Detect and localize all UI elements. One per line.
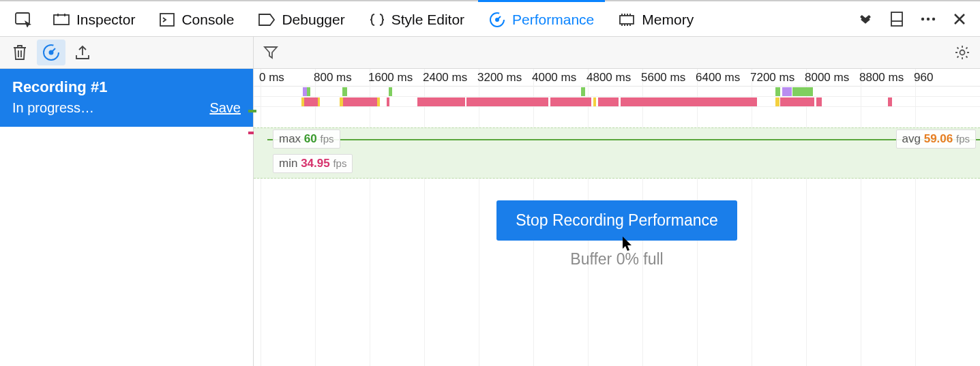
- fps-avg-label: avg 59.06 fps: [896, 129, 976, 149]
- svg-point-8: [921, 17, 924, 20]
- kebab-menu-icon[interactable]: [920, 11, 936, 27]
- close-icon[interactable]: [951, 11, 968, 27]
- svg-rect-1: [54, 15, 69, 25]
- tab-label: Debugger: [282, 12, 344, 28]
- style-editor-icon: [370, 13, 385, 27]
- timeline-ruler[interactable]: 0 ms800 ms1600 ms2400 ms3200 ms4000 ms48…: [254, 69, 980, 87]
- tab-memory[interactable]: Memory: [606, 1, 706, 36]
- fps-max-indicator: [248, 110, 256, 112]
- buffer-status: Buffer 0% full: [570, 250, 663, 269]
- recording-list-item[interactable]: Recording #1 In progress… Save: [0, 69, 253, 127]
- start-recording-button[interactable]: [37, 40, 65, 65]
- pick-element-button[interactable]: [7, 1, 41, 36]
- svg-point-9: [927, 17, 930, 20]
- dock-side-icon[interactable]: [889, 11, 905, 27]
- inspector-icon: [53, 13, 70, 27]
- ruler-tick: 5600 ms: [641, 71, 685, 85]
- tab-label: Style Editor: [391, 12, 464, 28]
- devtools-tab-bar: Inspector Console Debugger Style Editor …: [0, 0, 980, 37]
- tab-console[interactable]: Console: [147, 1, 246, 36]
- ruler-tick: 6400 ms: [696, 71, 740, 85]
- recording-controls: Stop Recording Performance Buffer 0% ful…: [254, 200, 980, 269]
- ruler-tick: 3200 ms: [477, 71, 522, 85]
- tab-performance[interactable]: Performance: [477, 1, 606, 36]
- svg-point-4: [496, 18, 499, 21]
- svg-rect-5: [620, 16, 634, 24]
- tab-label: Performance: [512, 12, 594, 28]
- toolbar-overflow: [857, 11, 973, 27]
- svg-point-10: [932, 17, 935, 20]
- fps-max-label: max 60 fps: [273, 129, 340, 149]
- recording-status: In progress…: [12, 100, 94, 116]
- ruler-tick: 0 ms: [259, 71, 284, 85]
- ruler-tick: 4000 ms: [532, 71, 576, 85]
- recordings-toolbar: [0, 37, 253, 69]
- import-recording-button[interactable]: [68, 40, 97, 65]
- more-tabs-icon[interactable]: [857, 11, 874, 27]
- debugger-icon: [258, 14, 275, 26]
- tab-style-editor[interactable]: Style Editor: [357, 1, 477, 36]
- ruler-tick: 7200 ms: [750, 71, 795, 85]
- save-recording-link[interactable]: Save: [209, 100, 241, 116]
- performance-main: 0 ms800 ms1600 ms2400 ms3200 ms4000 ms48…: [254, 37, 980, 366]
- delete-recording-button[interactable]: [5, 40, 34, 65]
- ruler-tick: 1600 ms: [368, 71, 413, 85]
- tab-label: Console: [181, 12, 234, 28]
- svg-point-13: [960, 50, 965, 55]
- ruler-tick: 8000 ms: [805, 71, 849, 85]
- fps-graph[interactable]: max 60 fps avg 59.06 fps min 34.95 fps: [254, 127, 980, 179]
- ruler-tick: 800 ms: [314, 71, 352, 85]
- ruler-tick: 8800 ms: [859, 71, 904, 85]
- tab-label: Inspector: [76, 12, 135, 28]
- element-picker-icon: [15, 12, 33, 27]
- tab-inspector[interactable]: Inspector: [41, 1, 147, 36]
- ruler-tick: 960: [914, 71, 933, 85]
- performance-icon: [489, 12, 505, 28]
- performance-toolbar: [254, 37, 980, 69]
- settings-gear-icon[interactable]: [954, 44, 970, 61]
- ruler-tick: 2400 ms: [423, 71, 467, 85]
- console-icon: [160, 13, 175, 27]
- tab-debugger[interactable]: Debugger: [246, 1, 357, 36]
- memory-icon: [619, 13, 635, 27]
- recordings-sidebar: Recording #1 In progress… Save: [0, 37, 254, 366]
- svg-rect-6: [891, 12, 902, 26]
- svg-point-12: [50, 51, 53, 55]
- filter-icon[interactable]: [263, 45, 278, 60]
- stop-recording-button[interactable]: Stop Recording Performance: [496, 200, 737, 241]
- ruler-tick: 4800 ms: [586, 71, 631, 85]
- recording-title: Recording #1: [12, 78, 241, 96]
- timeline-markers[interactable]: [254, 87, 980, 107]
- fps-min-label: min 34.95 fps: [273, 154, 353, 173]
- svg-rect-2: [160, 14, 174, 26]
- tab-label: Memory: [642, 12, 694, 28]
